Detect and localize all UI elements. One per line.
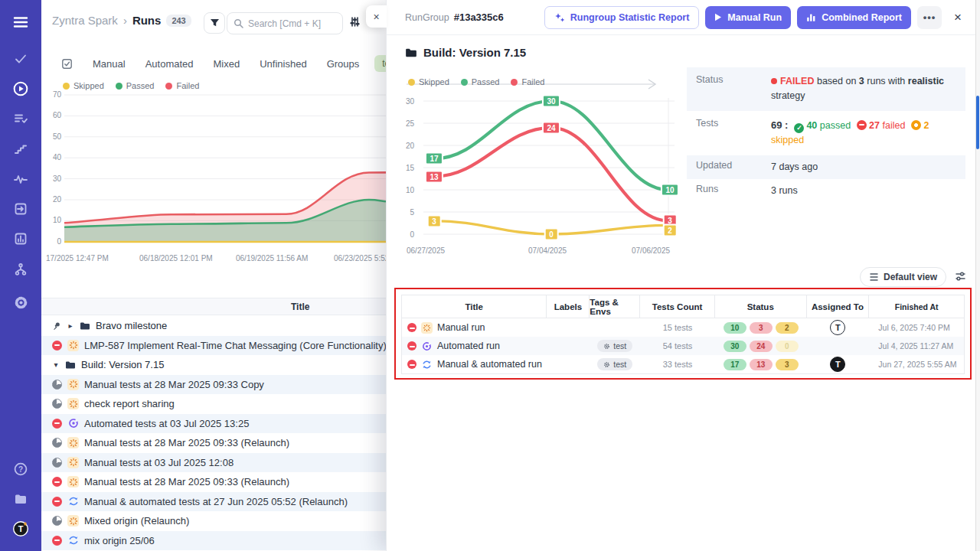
chevron-right-icon[interactable]: ▸ [67,321,74,330]
manual-run-icon [67,437,79,448]
rungroup-label: RunGroup [405,12,449,23]
run-title: Manual tests at 03 Jul 2025 12:08 [84,457,234,468]
tab-automated[interactable]: Automated [145,58,194,70]
runs-row: Runs 3 runs [687,179,965,203]
tests-row: Tests 69 :✓40 passed27 failed2skipped [687,111,965,155]
list-item[interactable]: Manual tests at 28 Mar 2025 09:33 (Relau… [41,472,386,492]
inprogress-status-icon [52,380,62,390]
status-runs: 3 [859,76,864,86]
failed-status-icon [52,341,62,350]
col-finished-at[interactable]: Finished At [869,295,964,318]
skipped-word: skipped [771,135,804,145]
status-value: FAILED [780,76,814,86]
folder-icon [65,360,76,370]
runs-area-chart [41,92,386,253]
col-tags-envs[interactable]: Tags & Envs [590,295,640,318]
run-title: Manual tests at 28 Mar 2025 09:33 Copy [84,379,264,390]
x-tick: 17/2025 12:47 PM [46,254,109,262]
sidebar-item-pulse[interactable] [0,168,41,191]
list-item[interactable]: Manual tests at 03 Jul 2025 12:08 [41,453,386,473]
sidebar-item-analytics[interactable] [0,227,41,250]
assignee-avatar[interactable]: T [830,357,845,372]
legend-skipped: Skipped [419,77,449,86]
inprogress-status-icon [52,458,62,468]
tag-pill[interactable]: test [597,358,632,370]
point-label-failed: 24 [542,122,560,135]
list-item[interactable]: Mixed origin (Relaunch) [41,511,386,531]
chevron-down-icon[interactable]: ▾ [52,360,60,369]
list-item[interactable]: Automated tests at 03 Jul 2025 13:25 [41,414,386,434]
col-title[interactable]: Title [402,295,547,318]
sidebar-item-steps[interactable] [0,138,41,161]
sidebar-item-branches[interactable] [0,258,41,281]
tab-manual[interactable]: Manual [93,58,126,70]
runs-label: Runs [687,179,771,203]
runs-count-badge: 243 [166,15,191,27]
tab-groups[interactable]: Groups [327,58,360,70]
table-row[interactable]: Automated run test 54 tests 30240 Jul 4,… [402,337,964,355]
rungroup-statistic-report-button[interactable]: Rungroup Statistic Report [544,6,700,29]
filter-button[interactable] [204,12,225,34]
list-item-milestone[interactable]: ▸ Bravo milestone [41,316,386,336]
breadcrumb-project[interactable]: Zyntra Spark [52,14,118,27]
skipped-dot [408,79,415,86]
x-tick: 07/06/2025 [632,246,670,255]
table-settings-icon[interactable] [955,271,966,285]
breadcrumb: Zyntra Spark › Runs 243 [52,14,191,27]
sidebar-item-tests[interactable] [0,47,41,70]
assignee-avatar[interactable]: T [830,320,845,335]
more-actions-button[interactable]: ••• [917,6,942,29]
list-item[interactable]: Manual tests at 28 Mar 2025 09:33 (Relau… [41,433,386,453]
passed-pill: 10 [724,322,746,334]
projects-folder-icon[interactable] [0,487,41,510]
tab-unfinished[interactable]: Unfinished [260,58,306,70]
hamburger-menu-icon[interactable] [0,11,41,34]
rungroup-drawer: × RunGroup #13a335c6 Rungroup Statistic … [386,0,980,551]
tag-pill[interactable]: test [597,340,632,352]
tag-filter-pill[interactable]: test work [374,55,386,72]
col-labels[interactable]: Labels [547,295,590,318]
search-box[interactable] [227,12,343,34]
point-label-passed: 30 [542,95,560,108]
failed-dot [511,79,518,86]
col-assigned-to[interactable]: Assigned To [807,295,870,318]
automated-run-icon [67,418,79,429]
tab-mixed[interactable]: Mixed [214,58,240,70]
list-item[interactable]: LMP-587 Implement Real-Time Chat Messagi… [41,336,386,356]
passed-dot [461,79,468,86]
drawer-edge-close-button[interactable]: × [366,5,387,28]
tests-count: 15 tests [640,318,715,337]
sidebar-item-plans[interactable] [0,107,41,130]
scrollbar[interactable] [975,0,980,551]
list-item[interactable]: check report sharing [41,394,386,414]
sidebar-item-settings[interactable] [0,291,41,314]
sidebar-item-runs[interactable] [0,77,41,100]
scrollbar-thumb[interactable] [976,96,979,149]
legend-failed: Failed [521,77,544,86]
list-item[interactable]: mix origin 25/06 [41,531,386,551]
failed-minus-icon [857,120,867,130]
manual-run-button[interactable]: Manual Run [705,6,791,29]
run-title: Automated run [437,341,500,351]
table-row[interactable]: Manual run 15 tests 1032 T Jul 6, 2025 7… [402,318,964,337]
passed-check-icon: ✓ [794,123,804,133]
col-status[interactable]: Status [715,295,807,318]
select-runs-icon[interactable] [61,58,73,70]
search-input[interactable] [248,18,332,29]
failed-status-icon [407,323,416,332]
table-header: Title Labels Tags & Envs Tests Count Sta… [402,295,964,318]
help-icon[interactable]: ? [0,458,41,481]
table-row[interactable]: Manual & automated run test 33 tests 171… [402,355,964,373]
list-item[interactable]: Manual & automated tests at 27 Jun 2025 … [41,492,386,512]
run-title: Automated tests at 03 Jul 2025 13:25 [84,418,249,429]
default-view-button[interactable]: Default view [860,267,946,287]
list-item[interactable]: Manual tests at 28 Mar 2025 09:33 Copy [41,375,386,395]
view-settings-icon[interactable] [349,16,361,31]
run-title: Manual tests at 28 Mar 2025 09:33 (Relau… [84,437,289,448]
list-item-folder[interactable]: ▾ Build: Version 7.15 [41,355,386,375]
sidebar-item-import[interactable] [0,197,41,220]
drawer-close-button[interactable]: × [948,10,968,25]
col-tests-count[interactable]: Tests Count [640,295,715,318]
user-avatar[interactable]: T [0,517,41,540]
combined-report-button[interactable]: Combined Report [797,6,911,29]
